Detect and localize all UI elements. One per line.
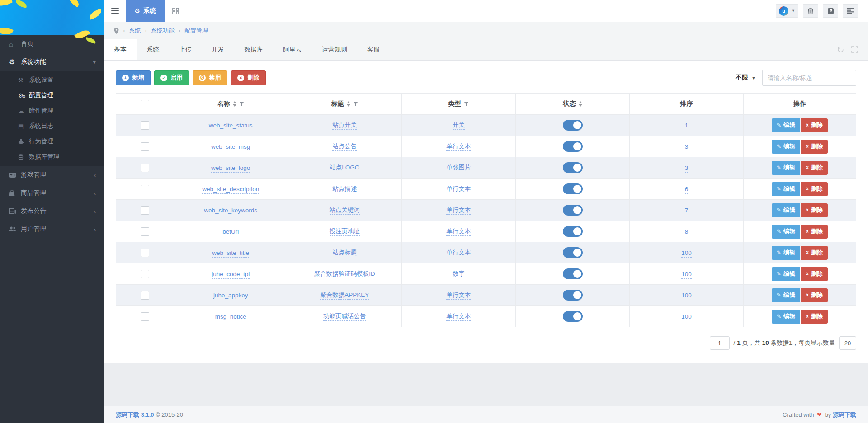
sidebar-item-game-management[interactable]: 游戏管理 ‹ — [0, 166, 104, 184]
config-type-link[interactable]: 单行文本 — [446, 228, 471, 236]
column-header-sort[interactable]: 排序 — [680, 100, 693, 107]
delete-button[interactable]: ×删除 — [801, 225, 828, 239]
row-checkbox[interactable] — [141, 312, 149, 321]
column-header-title[interactable]: 标题 — [331, 100, 344, 108]
trash-button[interactable] — [803, 4, 818, 18]
footer-crafted-brand-link[interactable]: 源码下载 — [833, 411, 856, 418]
config-title-link[interactable]: 投注页地址 — [330, 228, 360, 236]
status-toggle[interactable] — [563, 162, 583, 173]
menu-list-button[interactable] — [843, 4, 858, 18]
config-type-link[interactable]: 单张图片 — [446, 164, 471, 172]
edit-button[interactable]: ✎编辑 — [772, 140, 800, 154]
status-toggle[interactable] — [563, 268, 583, 279]
delete-button[interactable]: ×删除 — [801, 310, 828, 324]
sidebar-item-system-functions[interactable]: ⚙ 系统功能 ▾ — [0, 53, 104, 71]
edit-button[interactable]: ✎编辑 — [772, 182, 800, 196]
config-title-link[interactable]: 站点LOGO — [330, 164, 359, 172]
sidebar-item-product-management[interactable]: 商品管理 ‹ — [0, 184, 104, 202]
breadcrumb-link-system[interactable]: 系统 — [129, 27, 141, 35]
sidebar-item-behavior-management[interactable]: 行为管理 — [0, 134, 104, 149]
edit-button[interactable]: ✎编辑 — [772, 118, 800, 132]
edit-button[interactable]: ✎编辑 — [772, 310, 800, 324]
sidebar-item-config-management[interactable]: ⚙⚙ 配置管理 — [0, 88, 104, 103]
sidebar-item-system-settings[interactable]: ⚒ 系统设置 — [0, 72, 104, 88]
add-button[interactable]: + 新增 — [116, 70, 151, 85]
sort-icon[interactable] — [579, 101, 582, 107]
sort-icon[interactable] — [347, 101, 350, 107]
delete-button[interactable]: ×删除 — [801, 182, 828, 196]
config-title-link[interactable]: 聚合数据APPKEY — [320, 291, 369, 300]
delete-button[interactable]: ×删除 — [801, 140, 828, 154]
status-toggle[interactable] — [563, 205, 583, 216]
config-type-link[interactable]: 单行文本 — [446, 143, 471, 151]
status-toggle[interactable] — [563, 141, 583, 152]
tab-operation-rules[interactable]: 运营规则 — [312, 39, 357, 60]
sidebar-item-publish-announcement[interactable]: 发布公告 ‹ — [0, 202, 104, 220]
modules-grid-button[interactable] — [165, 0, 186, 22]
sort-link[interactable]: 3 — [685, 143, 689, 151]
current-page-input[interactable] — [710, 336, 730, 350]
edit-button[interactable]: ✎编辑 — [772, 225, 800, 239]
edit-button[interactable]: ✎编辑 — [772, 161, 800, 175]
config-type-link[interactable]: 数字 — [453, 270, 465, 278]
tab-system[interactable]: 系统 — [137, 39, 169, 60]
fullscreen-icon[interactable] — [851, 46, 858, 53]
tab-customer-service[interactable]: 客服 — [357, 39, 390, 60]
row-checkbox[interactable] — [141, 121, 149, 130]
tab-database[interactable]: 数据库 — [234, 39, 273, 60]
config-name-link[interactable]: web_site_title — [212, 249, 249, 258]
config-title-link[interactable]: 聚合数据验证码模板ID — [314, 270, 375, 278]
config-title-link[interactable]: 站点开关 — [332, 122, 357, 130]
filter-dropdown[interactable]: 不限 ▼ — [729, 70, 762, 86]
row-checkbox[interactable] — [141, 270, 149, 278]
config-title-link[interactable]: 站点公告 — [332, 143, 357, 151]
row-checkbox[interactable] — [141, 249, 149, 257]
config-name-link[interactable]: web_site_keywords — [204, 207, 257, 215]
status-toggle[interactable] — [563, 311, 583, 322]
delete-button[interactable]: ×删除 — [801, 161, 828, 175]
sidebar-toggle-button[interactable] — [104, 0, 126, 22]
tab-basic[interactable]: 基本 — [104, 39, 137, 60]
delete-button[interactable]: ×删除 — [801, 246, 828, 260]
sidebar-item-database-management[interactable]: 数据库管理 — [0, 149, 104, 164]
breadcrumb-link-config-management[interactable]: 配置管理 — [184, 27, 208, 35]
column-header-type[interactable]: 类型 — [448, 100, 461, 108]
sort-link[interactable]: 3 — [685, 164, 689, 173]
sort-icon[interactable] — [233, 101, 236, 107]
delete-button[interactable]: ×删除 — [801, 203, 828, 217]
config-name-link[interactable]: betUrl — [222, 228, 239, 236]
row-checkbox[interactable] — [141, 227, 149, 236]
delete-button[interactable]: × 删除 — [231, 70, 266, 85]
config-type-link[interactable]: 单行文本 — [446, 185, 471, 193]
config-name-link[interactable]: web_site_msg — [211, 143, 250, 151]
sort-link[interactable]: 1 — [685, 122, 689, 130]
page-size-input[interactable] — [839, 336, 856, 350]
config-title-link[interactable]: 功能页喊话公告 — [323, 313, 366, 321]
edit-button[interactable]: ✎编辑 — [772, 246, 800, 260]
config-name-link[interactable]: web_site_status — [209, 122, 253, 130]
column-header-name[interactable]: 名称 — [217, 100, 230, 108]
edit-button[interactable]: ✎编辑 — [772, 267, 800, 281]
search-input[interactable] — [762, 70, 856, 86]
sort-link[interactable]: 6 — [685, 186, 689, 194]
delete-button[interactable]: ×删除 — [801, 288, 828, 302]
sidebar-item-user-management[interactable]: 用户管理 ‹ — [0, 220, 104, 238]
status-toggle[interactable] — [563, 290, 583, 301]
status-toggle[interactable] — [563, 247, 583, 258]
config-title-link[interactable]: 站点关键词 — [330, 207, 360, 215]
select-all-checkbox[interactable] — [141, 100, 149, 108]
config-type-link[interactable]: 单行文本 — [446, 207, 471, 215]
config-name-link[interactable]: msg_notice — [215, 313, 246, 321]
config-title-link[interactable]: 站点描述 — [332, 185, 357, 193]
status-toggle[interactable] — [563, 183, 583, 194]
config-name-link[interactable]: web_site_description — [202, 186, 259, 194]
tab-aliyun[interactable]: 阿里云 — [273, 39, 312, 60]
row-checkbox[interactable] — [141, 291, 149, 300]
row-checkbox[interactable] — [141, 206, 149, 215]
tab-upload[interactable]: 上传 — [169, 39, 202, 60]
status-toggle[interactable] — [563, 120, 583, 131]
disable-button[interactable]: Ø 禁用 — [193, 70, 227, 85]
config-type-link[interactable]: 单行文本 — [446, 313, 471, 321]
config-name-link[interactable]: web_site_logo — [211, 164, 250, 173]
config-type-link[interactable]: 开关 — [453, 122, 465, 130]
